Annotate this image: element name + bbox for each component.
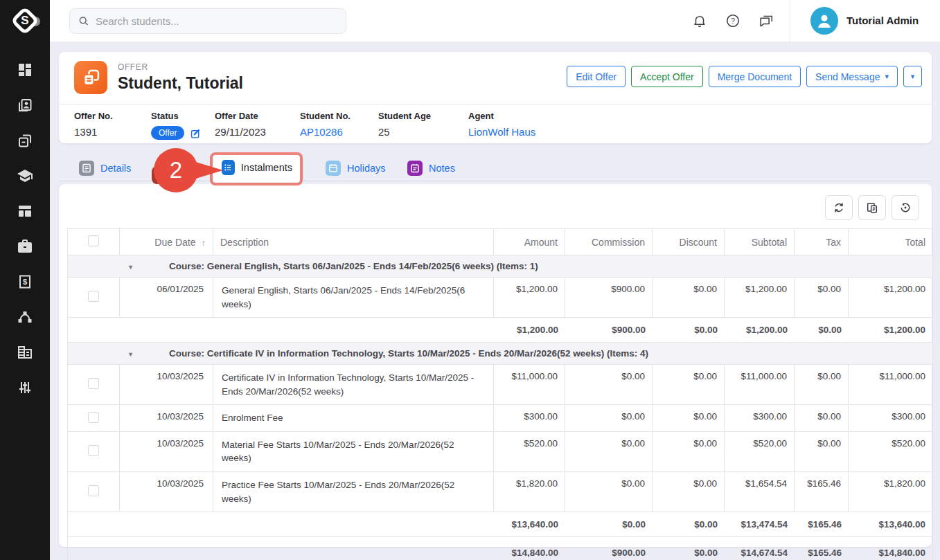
graduation-cap-icon xyxy=(17,168,33,184)
sidebar-item-dashboard[interactable] xyxy=(16,61,34,79)
table-header: Due Date↑DescriptionAmountCommissionDisc… xyxy=(68,229,932,255)
grand-total-cell: $165.46 xyxy=(795,537,849,560)
copy-button[interactable] xyxy=(858,195,886,220)
amount-cell: $0.00 xyxy=(653,472,725,512)
group-subtotal-row: $1,200.00$900.00$0.00$1,200.00$0.00$1,20… xyxy=(68,318,932,343)
search-box[interactable] xyxy=(69,8,346,34)
avatar[interactable] xyxy=(810,7,838,35)
app-logo[interactable]: S xyxy=(0,0,50,42)
due-date-cell: 10/03/2025 xyxy=(120,365,213,405)
row-checkbox[interactable] xyxy=(88,235,99,246)
topbar-divider xyxy=(790,0,790,42)
chat-icon xyxy=(759,13,774,28)
send-message-button[interactable]: Send Message▾ xyxy=(806,66,898,87)
column-header-tax[interactable]: Tax xyxy=(795,229,849,255)
due-date-cell: 06/01/2025 xyxy=(120,278,213,318)
edit-offer-button[interactable]: Edit Offer xyxy=(567,66,626,87)
field-student-age: Student Age 25 xyxy=(378,111,468,140)
collapse-group-icon[interactable]: ▾ xyxy=(129,263,139,271)
accept-offer-button[interactable]: Accept Offer xyxy=(631,66,703,87)
description-cell: Certificate IV in Information Technology… xyxy=(213,365,494,405)
tab-details[interactable]: Details xyxy=(70,155,140,181)
tab-instalments[interactable]: Instalments xyxy=(213,152,301,182)
sidebar-item-settings[interactable] xyxy=(16,379,34,397)
building-icon xyxy=(17,344,33,361)
amount-cell: $0.00 xyxy=(653,278,725,318)
group-subtotal-cell: $0.00 xyxy=(565,512,653,537)
instalments-panel: Due Date↑DescriptionAmountCommissionDisc… xyxy=(59,184,932,547)
description-cell: Practice Fee Starts 10/Mar/2025 - Ends 2… xyxy=(213,472,494,512)
sidebar-item-invoices[interactable]: $ xyxy=(16,273,34,291)
group-row: ▾Course: General English, Starts 06/Jan/… xyxy=(68,255,932,278)
amount-cell: $0.00 xyxy=(565,365,653,405)
amount-cell: $520.00 xyxy=(494,432,565,472)
amount-cell: $0.00 xyxy=(565,405,653,432)
column-header-discount[interactable]: Discount xyxy=(653,229,725,255)
agent-link[interactable]: LionWolf Haus xyxy=(468,126,535,138)
row-checkbox[interactable] xyxy=(88,445,99,456)
row-checkbox[interactable] xyxy=(88,378,99,389)
instalments-tab-icon xyxy=(222,160,235,175)
network-icon xyxy=(17,309,33,325)
group-cell: ▾Course: General English, Starts 06/Jan/… xyxy=(68,255,932,278)
group-title: Course: Certificate IV in Information Te… xyxy=(169,348,648,359)
sidebar-item-agents[interactable] xyxy=(16,308,34,326)
help-button[interactable]: ? xyxy=(724,12,742,30)
messages-button[interactable] xyxy=(757,12,775,30)
collapse-group-icon[interactable]: ▾ xyxy=(129,350,139,358)
refresh-button[interactable] xyxy=(825,195,853,220)
due-date-cell: 10/03/2025 xyxy=(120,432,213,472)
layout-icon xyxy=(17,203,33,219)
person-icon xyxy=(814,10,835,31)
user-name[interactable]: Tutorial Admin xyxy=(846,15,919,26)
blank-cell xyxy=(68,512,494,537)
amount-cell: $11,000.00 xyxy=(494,365,565,405)
due-date-header-label: Due Date xyxy=(154,237,195,248)
column-header-description[interactable]: Description xyxy=(213,229,494,255)
grand-total-cell: $14,840.00 xyxy=(494,537,565,560)
search-input[interactable] xyxy=(96,15,337,27)
notes-tab-icon xyxy=(407,161,423,176)
table-row: 10/03/2025Enrolment Fee$300.00$0.00$0.00… xyxy=(68,405,932,432)
grand-total-row: $14,840.00$900.00$0.00$14,674.54$165.46$… xyxy=(68,537,932,560)
table-body: ▾Course: General English, Starts 06/Jan/… xyxy=(68,255,932,560)
briefcase-icon xyxy=(17,238,33,255)
column-header-subtotal[interactable]: Subtotal xyxy=(725,229,795,255)
row-checkbox[interactable] xyxy=(88,291,99,302)
sidebar-item-services[interactable] xyxy=(16,237,34,255)
column-header-amount[interactable]: Amount xyxy=(494,229,565,255)
amount-cell: $165.46 xyxy=(795,472,849,512)
row-checkbox[interactable] xyxy=(88,485,99,496)
group-subtotal-cell: $13,474.54 xyxy=(725,512,795,537)
row-checkbox[interactable] xyxy=(88,412,99,423)
column-header-total[interactable]: Total xyxy=(849,229,932,255)
offer-header-card: OFFER Student, Tutorial Edit Offer Accep… xyxy=(59,52,932,143)
more-actions-button[interactable]: ▾ xyxy=(903,66,922,87)
sidebar-item-courses[interactable] xyxy=(16,167,34,185)
history-button[interactable] xyxy=(892,195,919,220)
amount-cell: $0.00 xyxy=(565,472,653,512)
select-all-header[interactable] xyxy=(68,229,120,255)
student-no-link[interactable]: AP10286 xyxy=(300,126,378,138)
tab-notes[interactable]: Notes xyxy=(398,155,464,181)
sidebar-item-providers[interactable] xyxy=(16,343,34,361)
amount-cell: $1,200.00 xyxy=(849,278,932,318)
notifications-button[interactable] xyxy=(691,12,709,30)
sidebar-item-classes[interactable] xyxy=(16,202,34,220)
sidebar-item-students[interactable] xyxy=(16,96,34,114)
column-header-due-date[interactable]: Due Date↑ xyxy=(120,229,213,255)
description-cell: General English, Starts 06/Jan/2025 - En… xyxy=(213,278,494,318)
sort-ascending-icon: ↑ xyxy=(202,237,206,248)
edit-status-icon[interactable] xyxy=(190,127,202,139)
blank-cell xyxy=(68,537,494,560)
column-header-commission[interactable]: Commission xyxy=(565,229,653,255)
amount-cell: $1,200.00 xyxy=(725,278,795,318)
dashboard-icon xyxy=(17,62,33,78)
sidebar-item-offers[interactable] xyxy=(16,132,34,150)
merge-document-button[interactable]: Merge Document xyxy=(709,66,801,87)
group-cell: ▾Course: Certificate IV in Information T… xyxy=(68,343,932,365)
sidebar: S $ xyxy=(0,0,50,560)
instalments-table: Due Date↑DescriptionAmountCommissionDisc… xyxy=(67,228,933,560)
blank-cell xyxy=(68,318,494,343)
tab-holidays[interactable]: Holidays xyxy=(317,155,395,181)
